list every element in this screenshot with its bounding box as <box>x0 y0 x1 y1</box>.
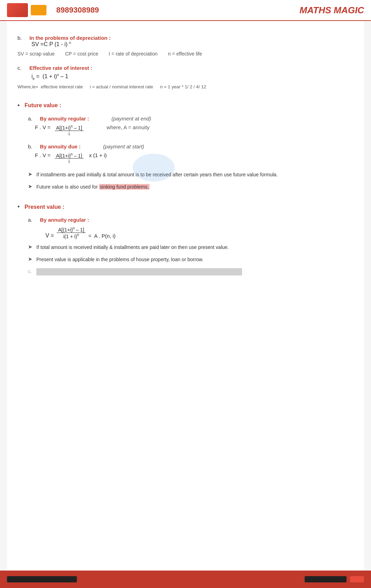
effective-rate-formula: ie = (1 + i)n – 1 <box>31 73 354 81</box>
fv-arrow-2-text: Future value is also used for sinking fu… <box>36 183 150 191</box>
fv-b-desc: (payment at start) <box>103 144 144 149</box>
fv-a-title: By annuity regular : <box>40 116 89 122</box>
effective-rate-where: Where,ie= effective interest rate i = ac… <box>17 84 354 89</box>
fv-a-label: a. <box>28 116 38 122</box>
fv-item-b: b. By annuity due : (payment at start) F… <box>28 144 354 164</box>
pv-a-heading-line: a. By annuity regular : <box>28 217 354 223</box>
footer-bar-left <box>7 576 77 582</box>
future-value-section: • Future value : a. By annuity regular :… <box>17 102 354 191</box>
fv-item-a: a. By annuity regular : (payment at end)… <box>28 116 354 137</box>
arrow-icon-4: ➤ <box>28 256 34 262</box>
present-value-header: • Present value : <box>17 203 354 211</box>
pv-arrow-2: ➤ Present value is applicable in the pro… <box>28 256 354 263</box>
bullet-dot-pv: • <box>17 203 20 211</box>
fv-a-where: where, A = annuity <box>107 124 150 130</box>
fv-a-formula: F . V = A[(1+i)n – 1] i where, A = annui… <box>35 124 354 137</box>
arrow-icon-1: ➤ <box>28 171 34 177</box>
part-c-heading: c. Effective rate of interest : <box>17 65 354 71</box>
fv-arrow-2: ➤ Future value is also used for sinking … <box>28 183 354 191</box>
fv-b-fraction: A[(1+i)n – 1] i <box>55 152 83 164</box>
pv-a-v-label: V = <box>45 233 54 239</box>
fv-a-desc: (payment at end) <box>111 116 151 122</box>
fv-arrow-1-text: If installments are paid initially & tot… <box>36 171 278 178</box>
fv-b-denominator: i <box>67 159 71 164</box>
where-i: i = actual / nominal interest rate <box>90 84 153 89</box>
future-value-title: Future value : <box>24 102 61 109</box>
where-n: n = 1 year * 1/ 2 / 4/ 12 <box>160 84 206 89</box>
pv-a-denominator: i(1 + i)n <box>62 233 80 239</box>
pv-a-equals: = A . P(n, i) <box>88 233 116 239</box>
fv-a-heading-line: a. By annuity regular : (payment at end) <box>28 116 354 122</box>
brand-name: MATHS MAGIC <box>300 5 364 16</box>
pv-arrow-3-text: Amount of loan, amount of money borrowed… <box>36 268 242 275</box>
footer <box>0 571 371 588</box>
phone-number: 8989308989 <box>56 6 99 15</box>
logo-block-2 <box>31 5 46 15</box>
var-sv: SV = scrap value <box>17 51 54 57</box>
pv-a-formula: V = A[(1+i)n – 1] i(1 + i)n = A . P(n, i… <box>45 226 354 239</box>
part-c-title: Effective rate of interest : <box>29 65 92 71</box>
main-content: b. In the problems of depreciation : SV … <box>7 21 364 573</box>
fv-b-multiplier: x (1 + i) <box>89 152 107 158</box>
pv-a-numerator: A[(1+i)n – 1] <box>57 226 85 233</box>
header-left: 8989308989 <box>7 3 99 17</box>
fv-b-formula: F . V = A[(1+i)n – 1] i x (1 + i) <box>35 152 354 164</box>
fv-b-heading-line: b. By annuity due : (payment at start) <box>28 144 354 149</box>
pv-a-fraction: A[(1+i)n – 1] i(1 + i)n <box>57 226 85 239</box>
pv-arrow-1: ➤ If total amount is received initially … <box>28 244 354 251</box>
pv-a-title: By annuity regular : <box>40 217 89 223</box>
future-value-header: • Future value : <box>17 102 354 109</box>
pv-item-a: a. By annuity regular : V = A[(1+i)n – 1… <box>28 217 354 275</box>
footer-bar-segment-1 <box>305 576 347 582</box>
where-ie: Where,ie= effective interest rate <box>17 84 83 89</box>
depreciation-vars: SV = scrap value CP = cost price I = rat… <box>17 51 354 57</box>
var-cp: CP = cost price <box>65 51 98 57</box>
fv-a-fv-label: F . V = <box>35 124 51 130</box>
fv-a-denominator: i <box>67 131 71 137</box>
var-n: n = effective life <box>168 51 202 57</box>
part-b-label: b. <box>17 35 28 41</box>
footer-bar-small <box>350 576 364 582</box>
header: 8989308989 MATHS MAGIC <box>0 0 371 21</box>
arrow-icon-2: ➤ <box>28 183 34 190</box>
pv-arrow-2-text: Present value is applicable in the probl… <box>36 256 203 263</box>
fv-arrow-1: ➤ If installments are paid initially & t… <box>28 171 354 178</box>
fv-b-fv-label: F . V = <box>35 152 51 158</box>
var-i: I = rate of depreciation <box>109 51 158 57</box>
footer-bar-right <box>305 576 364 582</box>
pv-arrow-3: c. Amount of loan, amount of money borro… <box>28 268 354 275</box>
pv-arrow-1-text: If total amount is received initially & … <box>36 244 229 251</box>
arrow-icon-3: ➤ <box>28 244 34 250</box>
fv-a-numerator: A[(1+i)n – 1] <box>55 124 83 131</box>
part-b-section: b. In the problems of depreciation : SV … <box>17 35 354 57</box>
fv-b-label: b. <box>28 144 38 149</box>
present-value-section: • Present value : a. By annuity regular … <box>17 203 354 275</box>
fv-b-title: By annuity due : <box>40 144 81 149</box>
logo-block-1 <box>7 3 28 17</box>
fv-b-numerator: A[(1+i)n – 1] <box>55 152 83 159</box>
part-c-label: c. <box>17 65 28 71</box>
part-b-title: In the problems of depreciation : <box>29 35 111 41</box>
present-value-title: Present value : <box>24 204 64 210</box>
part-b-heading: b. In the problems of depreciation : <box>17 35 354 41</box>
pv-a-label: a. <box>28 217 38 223</box>
bullet-dot-fv: • <box>17 102 20 109</box>
fv-a-fraction: A[(1+i)n – 1] i <box>55 124 83 137</box>
part-c-section: c. Effective rate of interest : ie = (1 … <box>17 65 354 89</box>
depreciation-formula: SV =C P (1 - i) n <box>31 41 354 47</box>
arrow-icon-5: c. <box>28 268 34 274</box>
